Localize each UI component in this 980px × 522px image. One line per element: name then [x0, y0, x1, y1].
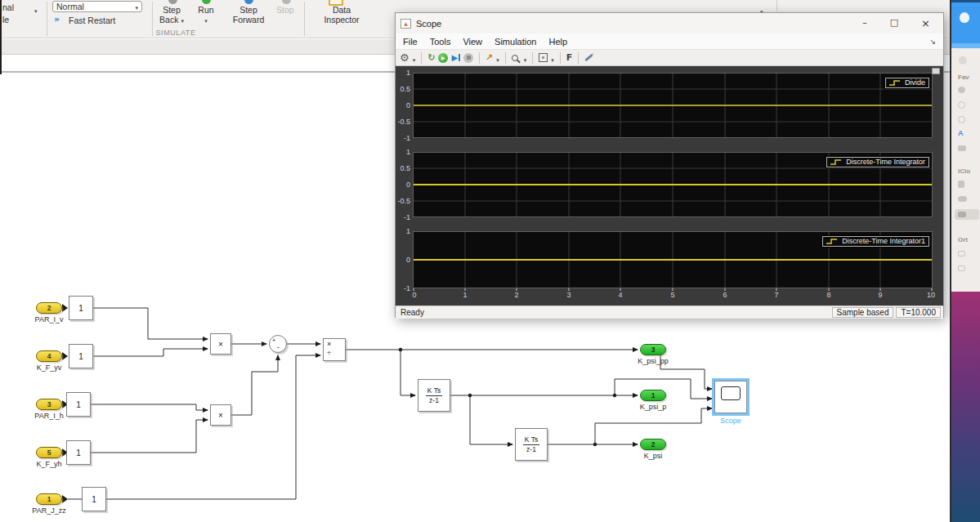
inport-PAR_I_h[interactable]: 3 — [36, 399, 62, 410]
step-forward-button[interactable]: Step Forward — [227, 5, 270, 25]
fit-to-view-icon[interactable] — [539, 53, 548, 62]
plus-icon: + — [272, 337, 275, 343]
run-button[interactable]: Run — [191, 5, 221, 25]
product-block[interactable]: × — [210, 404, 231, 426]
menu-file[interactable]: File — [403, 37, 418, 47]
toolbar-separator — [776, 0, 777, 11]
outport-K_psi_p[interactable]: 1 — [640, 390, 666, 401]
outport-K_psi[interactable]: 2 — [640, 439, 666, 450]
step-forward-icon[interactable]: ▶ — [451, 53, 460, 62]
apple-logo-icon — [960, 12, 969, 23]
chevron-down-icon[interactable] — [413, 51, 416, 65]
maximize-axes-button[interactable] — [932, 68, 940, 74]
inport-notch — [62, 304, 68, 312]
data-inspector-button[interactable]: Data Inspector — [317, 5, 366, 25]
scope-menubar: File Tools View Simulation Help ↘ — [396, 33, 943, 50]
download-icon[interactable] — [958, 116, 965, 123]
unit-block[interactable]: 1 — [66, 392, 91, 417]
close-button[interactable]: × — [921, 17, 930, 29]
maximize-button[interactable]: □ — [890, 17, 898, 29]
discrete-time-integrator1-block[interactable]: K Tsz-1 — [515, 428, 548, 461]
outport-K_psi_pp[interactable]: 3 — [640, 344, 666, 355]
wire — [231, 355, 278, 415]
fast-restart-button[interactable]: Fast Restart — [69, 16, 115, 25]
data-inspector-line2: Inspector — [317, 15, 366, 25]
zoom-icon[interactable] — [512, 55, 518, 61]
step-back-icon — [168, 0, 177, 4]
chevron-down-icon[interactable] — [496, 51, 499, 65]
divide-block[interactable]: × ÷ — [323, 338, 346, 361]
unit-block[interactable]: 1 — [82, 487, 106, 511]
sidebar-button-icon[interactable] — [959, 56, 967, 65]
legend-line-sample — [826, 238, 839, 245]
outport-label: K_psi — [629, 452, 678, 460]
applications-icon[interactable]: A — [958, 129, 964, 137]
wire — [106, 355, 320, 499]
measurements-pencil-icon[interactable] — [585, 54, 593, 61]
clock-icon[interactable] — [958, 101, 965, 109]
unit-block[interactable]: 1 — [66, 440, 91, 465]
network-icon[interactable] — [958, 265, 965, 271]
inport-PAR_I_v[interactable]: 2 — [36, 302, 62, 314]
toolbar-separator — [560, 52, 561, 64]
product-block[interactable]: × — [210, 333, 231, 355]
step-back-button[interactable]: Step Back — [155, 5, 188, 25]
dock-arrow-icon[interactable]: ↘ — [929, 38, 936, 46]
plot-divide — [413, 73, 933, 138]
sum-block[interactable]: + − — [269, 335, 287, 353]
unit-block[interactable]: 1 — [69, 344, 93, 368]
integrator-numerator: K Ts — [523, 435, 539, 445]
legend-discrete-time-integrator: Discrete-Time Integrator — [826, 157, 929, 167]
mac-finder-sidebar: Fav A iClo Ort — [951, 48, 980, 292]
junction-dot — [399, 348, 402, 351]
x-tick: 9 — [878, 291, 882, 299]
inport-number: 4 — [47, 352, 51, 360]
chevron-down-icon[interactable] — [34, 2, 38, 16]
wire — [91, 404, 208, 410]
stop-icon — [463, 53, 473, 63]
y-tick: -1 — [396, 134, 410, 142]
sidebar-section-favorites: Fav — [958, 74, 969, 81]
fast-restart-icon: » — [54, 14, 60, 25]
scope-block[interactable] — [714, 381, 747, 413]
discrete-time-integrator-block[interactable]: K Tsz-1 — [418, 379, 450, 412]
wire — [660, 350, 712, 389]
menu-help[interactable]: Help — [548, 37, 567, 47]
chevron-down-icon[interactable] — [524, 51, 527, 65]
highlight-block-icon[interactable]: ↗ — [486, 53, 493, 62]
folder-icon[interactable] — [958, 145, 966, 151]
document-icon[interactable] — [958, 181, 964, 188]
wire — [470, 395, 512, 444]
laptop-icon[interactable] — [958, 251, 965, 257]
multiply-icon: × — [218, 340, 223, 349]
y-tick: 0 — [396, 101, 410, 109]
chevron-down-icon[interactable] — [551, 51, 554, 65]
settings-gear-icon[interactable]: ⚙ — [400, 52, 409, 63]
simulation-mode-dropdown[interactable]: Normal — [52, 1, 142, 12]
inport-PAR_J_zz[interactable]: 1 — [36, 493, 62, 505]
y-tick: 1 — [396, 69, 410, 77]
status-sim-time: T=10.000 — [896, 307, 941, 318]
toolbar-partial-text: le — [2, 15, 9, 25]
x-tick: 10 — [927, 291, 935, 299]
run-button-icon[interactable]: ▶ — [438, 53, 448, 63]
trigger-icon[interactable]: F — [566, 53, 573, 62]
menu-tools[interactable]: Tools — [430, 37, 451, 47]
menu-simulation[interactable]: Simulation — [494, 37, 536, 47]
menu-view[interactable]: View — [463, 37, 482, 47]
minimize-button[interactable]: – — [862, 17, 867, 29]
sidebar-item-icon[interactable] — [958, 87, 965, 93]
multiply-icon: × — [218, 411, 223, 420]
outport-label: K_psi_pp — [629, 357, 678, 365]
inport-label: PAR_I_v — [25, 315, 74, 323]
legend-label: Discrete-Time Integrator1 — [842, 238, 925, 245]
inport-K_F_yh[interactable]: 5 — [36, 447, 62, 458]
scope-titlebar[interactable]: ▲ Scope – □ × — [396, 13, 943, 33]
scope-statusbar: Ready Sample based T=10.000 — [396, 306, 943, 319]
inport-K_F_yv[interactable]: 4 — [36, 350, 62, 362]
unit-block[interactable]: 1 — [69, 296, 93, 320]
scope-window: ▲ Scope – □ × File Tools View Simulation… — [395, 12, 944, 318]
refresh-icon[interactable]: ↻ — [427, 53, 435, 62]
cloud-icon[interactable] — [958, 196, 967, 202]
sidebar-selected-item[interactable] — [955, 209, 979, 220]
